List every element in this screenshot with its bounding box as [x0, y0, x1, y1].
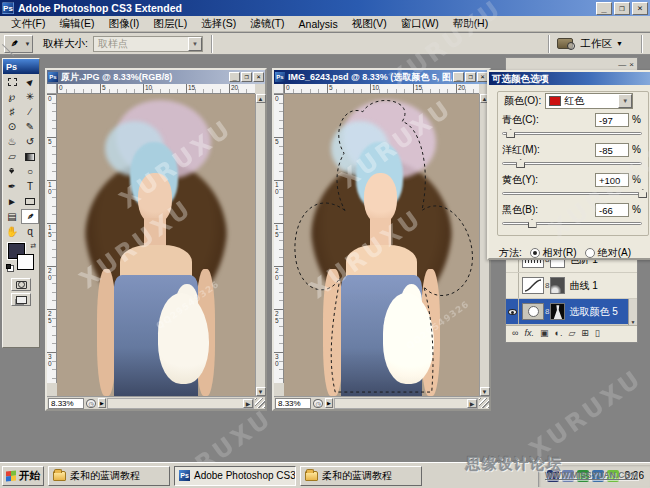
- method-absolute-option[interactable]: 绝对(A): [585, 246, 631, 260]
- doc1-vscrollbar[interactable]: ▲ ▼: [255, 94, 265, 396]
- doc-maximize-button[interactable]: ❐: [241, 72, 252, 82]
- clone-stamp-tool[interactable]: ♨: [3, 134, 21, 149]
- path-select-tool[interactable]: ►: [3, 194, 21, 209]
- menu-item[interactable]: 图层(L): [146, 17, 194, 31]
- slice-tool[interactable]: ∕: [21, 104, 39, 119]
- combo-arrow-icon[interactable]: ▼: [618, 94, 632, 108]
- status-arrow-icon[interactable]: ▶: [98, 398, 106, 408]
- sample-size-select[interactable]: 取样点 ▼: [93, 36, 203, 52]
- menu-item[interactable]: Analysis: [292, 18, 345, 30]
- type-tool[interactable]: T: [21, 179, 39, 194]
- go-to-bridge-icon[interactable]: [557, 38, 573, 49]
- eraser-tool[interactable]: ▱: [3, 149, 21, 164]
- dialog-titlebar[interactable]: 可选颜色选项: [489, 72, 650, 85]
- quick-mask-button[interactable]: [11, 278, 31, 291]
- menu-item[interactable]: 文件(F): [4, 17, 52, 31]
- brush-tool[interactable]: ✎: [21, 119, 39, 134]
- move-tool[interactable]: ►: [21, 74, 39, 89]
- method-relative-option[interactable]: 相对(R): [530, 246, 577, 260]
- doc1-zoom-level[interactable]: 8.33%: [48, 398, 84, 409]
- layer-mask-thumbnail[interactable]: [550, 277, 565, 294]
- cyan-slider-thumb[interactable]: [506, 129, 515, 138]
- yellow-slider-thumb[interactable]: [638, 189, 647, 198]
- doc-close-button[interactable]: ×: [253, 72, 264, 82]
- restore-button[interactable]: ❐: [614, 2, 630, 15]
- layer-name[interactable]: 选取颜色 5: [569, 305, 617, 319]
- doc-minimize-button[interactable]: _: [229, 72, 240, 82]
- add-mask-icon[interactable]: ▣: [540, 328, 549, 338]
- palette-minimize-icon[interactable]: —: [618, 61, 626, 69]
- crop-tool[interactable]: ♯: [3, 104, 21, 119]
- doc1-canvas[interactable]: [57, 94, 255, 396]
- notes-tool[interactable]: ▤: [3, 209, 21, 224]
- tray-icon-antivirus-shield[interactable]: [577, 470, 589, 482]
- menu-item[interactable]: 选择(S): [194, 17, 243, 31]
- tray-icon-update[interactable]: [592, 470, 604, 482]
- doc2-zoom-level[interactable]: 8.33%: [275, 398, 311, 409]
- history-brush-tool[interactable]: ↺: [21, 134, 39, 149]
- layer-name[interactable]: 曲线 1: [569, 279, 597, 293]
- cyan-value-field[interactable]: -97: [595, 113, 629, 127]
- marquee-tool[interactable]: [3, 74, 21, 89]
- workspace-label[interactable]: 工作区: [581, 37, 613, 51]
- default-colors-icon[interactable]: [6, 264, 11, 269]
- menu-item[interactable]: 滤镜(T): [243, 17, 291, 31]
- tool-preset-picker[interactable]: ✒ ▼: [4, 35, 33, 53]
- blur-tool[interactable]: ♠: [3, 164, 21, 179]
- toolbox-header[interactable]: Ps: [3, 59, 39, 74]
- scroll-down-icon[interactable]: ▼: [631, 319, 636, 325]
- scroll-down-icon[interactable]: ▼: [480, 387, 490, 396]
- taskbar-item-folder-1[interactable]: 柔和的蓝调教程: [48, 466, 170, 486]
- close-button[interactable]: ×: [632, 2, 648, 15]
- taskbar-item-folder-2[interactable]: 柔和的蓝调教程: [300, 466, 422, 486]
- menu-item[interactable]: 帮助(H): [446, 17, 496, 31]
- doc1-hscrollbar[interactable]: ▶: [107, 398, 254, 409]
- hand-tool[interactable]: ✋: [3, 224, 21, 239]
- tray-icon-plus[interactable]: [607, 470, 619, 482]
- yellow-value-field[interactable]: +100: [595, 173, 629, 187]
- tray-icon-qq[interactable]: [547, 470, 559, 482]
- color-select[interactable]: 红色 ▼: [545, 93, 633, 109]
- scroll-right-icon[interactable]: ▶: [243, 399, 253, 408]
- zoom-tool[interactable]: ɋ: [21, 224, 39, 239]
- doc-maximize-button[interactable]: ❐: [465, 72, 476, 82]
- palette-close-icon[interactable]: ×: [629, 61, 634, 69]
- shape-tool[interactable]: [21, 194, 39, 209]
- menu-item[interactable]: 编辑(E): [52, 17, 101, 31]
- menu-item[interactable]: 窗口(W): [394, 17, 446, 31]
- layer-mask-thumbnail[interactable]: [550, 303, 565, 320]
- visibility-toggle[interactable]: [506, 299, 519, 324]
- lasso-tool[interactable]: ℘: [3, 89, 21, 104]
- curves-adjustment-icon[interactable]: [522, 277, 544, 294]
- visibility-toggle[interactable]: [506, 273, 519, 298]
- selective-color-adjustment-icon[interactable]: [522, 303, 544, 320]
- scroll-right-icon[interactable]: ▶: [467, 399, 477, 408]
- status-arrow-icon[interactable]: ▶: [325, 398, 333, 408]
- layer-row-curves[interactable]: 8 曲线 1: [506, 273, 637, 299]
- doc2-hscrollbar[interactable]: ▶: [334, 398, 478, 409]
- resize-grip[interactable]: [479, 398, 489, 408]
- magic-wand-tool[interactable]: ✳: [21, 89, 39, 104]
- new-adjustment-icon[interactable]: ◐.: [554, 328, 562, 338]
- screen-mode-button[interactable]: [11, 293, 31, 306]
- taskbar-item-photoshop[interactable]: Ps Adobe Photoshop CS3 E...: [174, 466, 296, 486]
- cyan-slider-track[interactable]: [502, 132, 642, 135]
- combo-arrow-icon[interactable]: ▼: [188, 37, 202, 51]
- doc-minimize-button[interactable]: _: [453, 72, 464, 82]
- tray-icon-messenger[interactable]: [562, 470, 574, 482]
- magenta-value-field[interactable]: -85: [595, 143, 629, 157]
- link-layers-icon[interactable]: ∞: [512, 328, 518, 338]
- dodge-tool[interactable]: ○: [21, 164, 39, 179]
- black-slider-thumb[interactable]: [528, 219, 537, 228]
- swap-colors-icon[interactable]: ⇄: [30, 242, 36, 250]
- yellow-slider-track[interactable]: [502, 192, 642, 195]
- healing-brush-tool[interactable]: ⊙: [3, 119, 21, 134]
- minimize-button[interactable]: _: [596, 2, 612, 15]
- layer-style-icon[interactable]: fx.: [524, 328, 534, 338]
- layers-scrollbar[interactable]: ▼: [628, 299, 637, 325]
- menu-item[interactable]: 图像(I): [101, 17, 146, 31]
- background-color-swatch[interactable]: [17, 254, 34, 270]
- doc2-titlebar[interactable]: Ps IMG_6243.psd @ 8.33% (选取颜色 5, 图层蒙... …: [274, 70, 489, 84]
- gradient-tool[interactable]: [21, 149, 39, 164]
- new-group-icon[interactable]: ▱: [568, 328, 575, 338]
